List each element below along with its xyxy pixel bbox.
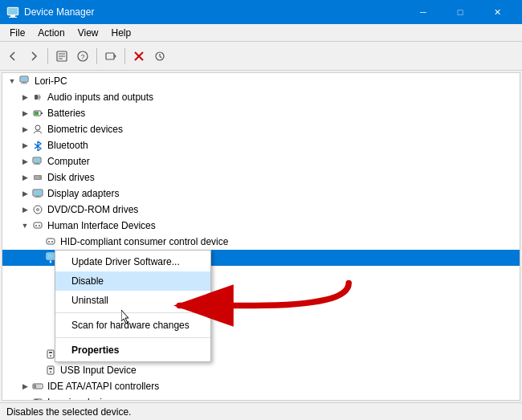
dvd-icon xyxy=(31,203,44,216)
svg-rect-40 xyxy=(47,239,55,244)
svg-rect-50 xyxy=(49,368,52,369)
ctx-separator-2 xyxy=(55,337,210,338)
properties-button[interactable] xyxy=(52,47,71,66)
svg-text:?: ? xyxy=(80,53,84,61)
toolbar-separator-2 xyxy=(96,48,97,64)
tree-item-dvd[interactable]: ▶ DVD/CD-ROM drives xyxy=(2,202,520,218)
tree-item-ide[interactable]: ▶ IDE ATA/ATAPI controllers xyxy=(2,378,520,394)
hid-consumer-icon xyxy=(44,235,57,248)
update-button[interactable] xyxy=(150,47,169,66)
dvd-expand-icon[interactable]: ▶ xyxy=(18,203,31,216)
scan-button[interactable] xyxy=(101,47,120,66)
svg-rect-17 xyxy=(21,84,27,84)
computer-expand-icon[interactable]: ▶ xyxy=(18,155,31,168)
forward-button[interactable] xyxy=(24,47,43,66)
disk-expand-icon[interactable]: ▶ xyxy=(18,171,31,184)
svg-rect-1 xyxy=(8,8,18,14)
hid-label: Human Interface Devices xyxy=(47,220,156,231)
svg-rect-3 xyxy=(9,17,17,18)
ide-icon xyxy=(31,380,44,393)
ctx-scan[interactable]: Scan for hardware changes xyxy=(55,316,210,335)
menu-view[interactable]: View xyxy=(71,26,105,40)
svg-rect-2 xyxy=(10,15,15,17)
batteries-label: Batteries xyxy=(47,108,85,119)
menu-file[interactable]: File xyxy=(3,26,31,40)
delete-button[interactable] xyxy=(129,47,149,66)
tree-item-display[interactable]: ▶ Display adapters xyxy=(2,186,520,202)
svg-rect-53 xyxy=(34,385,36,388)
tree-item-imaging[interactable]: ▶ Imaging devices xyxy=(2,394,520,401)
toolbar: ? xyxy=(0,42,522,71)
audio-label: Audio inputs and outputs xyxy=(47,92,153,103)
svg-rect-20 xyxy=(41,112,43,114)
svg-rect-49 xyxy=(47,366,54,374)
svg-rect-46 xyxy=(47,350,54,358)
svg-rect-15 xyxy=(21,77,27,81)
audio-expand-icon[interactable]: ▶ xyxy=(18,91,31,104)
maximize-button[interactable]: □ xyxy=(442,0,479,24)
tree-item-usb2[interactable]: ▶ USB Input Device xyxy=(2,362,520,378)
tree-item-bluetooth[interactable]: ▶ Bluetooth xyxy=(2,137,520,153)
tree-item-computer[interactable]: ▶ Computer xyxy=(2,153,520,169)
imaging-expand-icon[interactable]: ▶ xyxy=(18,396,31,401)
ide-label: IDE ATA/ATAPI controllers xyxy=(47,381,159,392)
menu-action[interactable]: Action xyxy=(31,26,71,40)
ctx-uninstall[interactable]: Uninstall xyxy=(55,291,210,310)
disk-icon xyxy=(31,171,44,184)
app-icon xyxy=(6,6,19,18)
imaging-icon xyxy=(31,396,44,401)
svg-point-38 xyxy=(35,225,37,226)
tree-root[interactable]: ▼ Lori-PC xyxy=(2,73,520,89)
ide-expand-icon[interactable]: ▶ xyxy=(18,380,31,393)
svg-rect-32 xyxy=(36,196,39,197)
help-button[interactable]: ? xyxy=(73,47,92,66)
toolbar-separator-3 xyxy=(124,48,125,64)
bluetooth-icon xyxy=(31,139,44,152)
svg-rect-57 xyxy=(34,399,42,401)
tree-item-disk[interactable]: ▶ Disk drives xyxy=(2,169,520,186)
ctx-properties[interactable]: Properties xyxy=(55,340,210,360)
tree-item-batteries[interactable]: ▶ Batteries xyxy=(2,105,520,121)
svg-rect-31 xyxy=(34,190,42,195)
svg-rect-10 xyxy=(106,53,114,59)
svg-rect-24 xyxy=(34,158,40,162)
minimize-button[interactable]: ─ xyxy=(405,0,442,24)
hid-expand-icon[interactable]: ▼ xyxy=(18,219,31,232)
context-menu: Update Driver Software... Disable Uninst… xyxy=(55,250,211,362)
root-expand-icon[interactable]: ▼ xyxy=(6,75,18,88)
menu-bar: File Action View Help xyxy=(0,24,522,42)
device-tree[interactable]: ▼ Lori-PC ▶ Audio inputs xyxy=(2,72,520,401)
svg-point-42 xyxy=(51,241,53,243)
toolbar-separator-1 xyxy=(47,48,48,64)
svg-rect-26 xyxy=(34,164,40,165)
menu-help[interactable]: Help xyxy=(105,26,138,40)
dvd-label: DVD/CD-ROM drives xyxy=(47,204,138,215)
imaging-label: Imaging devices xyxy=(47,397,117,401)
display-label: Display adapters xyxy=(47,188,119,199)
tree-item-biometric[interactable]: ▶ Biometric devices xyxy=(2,121,520,137)
svg-point-48 xyxy=(50,355,51,357)
svg-point-36 xyxy=(38,210,39,210)
svg-point-39 xyxy=(39,225,40,226)
svg-point-41 xyxy=(48,241,50,243)
title-bar-controls: ─ □ ✕ xyxy=(405,0,516,24)
biometric-expand-icon[interactable]: ▶ xyxy=(18,123,31,136)
tree-item-hid-consumer[interactable]: ▶ HID-compliant consumer control device xyxy=(2,234,520,250)
status-bar: Disables the selected device. xyxy=(0,402,522,420)
biometric-label: Biometric devices xyxy=(47,124,123,135)
svg-rect-33 xyxy=(35,197,41,198)
batteries-expand-icon[interactable]: ▶ xyxy=(18,107,31,120)
tree-item-audio[interactable]: ▶ Audio inputs and outputs xyxy=(2,89,520,105)
display-expand-icon[interactable]: ▶ xyxy=(18,187,31,200)
tree-item-hid[interactable]: ▼ Human Interface Devices xyxy=(2,218,520,234)
computer-icon xyxy=(18,75,31,88)
bluetooth-label: Bluetooth xyxy=(47,140,88,151)
close-button[interactable]: ✕ xyxy=(479,0,516,24)
back-button[interactable] xyxy=(3,47,22,66)
ctx-disable[interactable]: Disable xyxy=(55,271,210,291)
status-text: Disables the selected device. xyxy=(6,406,131,418)
bluetooth-expand-icon[interactable]: ▶ xyxy=(18,139,31,152)
computer-icon2 xyxy=(31,155,44,168)
computer-label: Computer xyxy=(47,156,90,167)
ctx-update-driver[interactable]: Update Driver Software... xyxy=(55,252,210,271)
